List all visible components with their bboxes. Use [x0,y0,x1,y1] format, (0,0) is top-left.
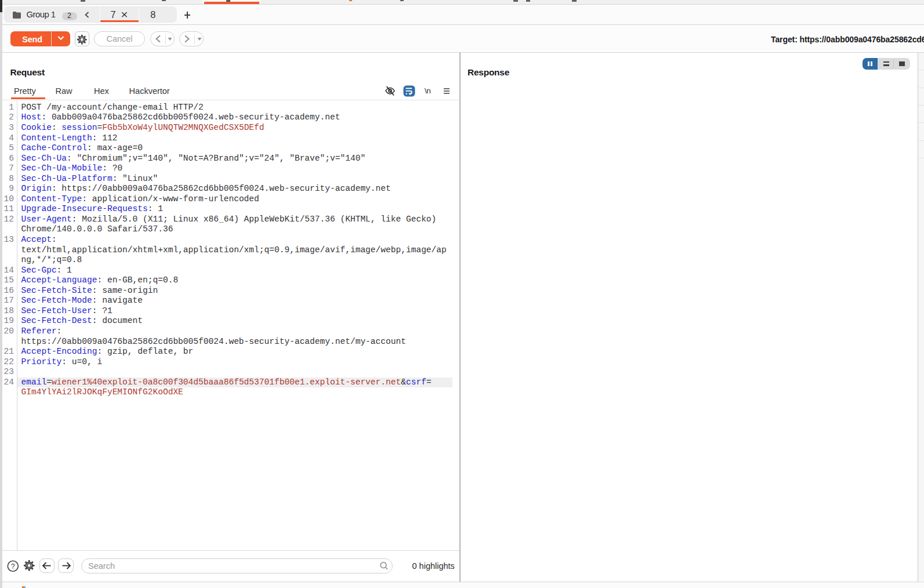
svg-text:?: ? [10,562,15,570]
